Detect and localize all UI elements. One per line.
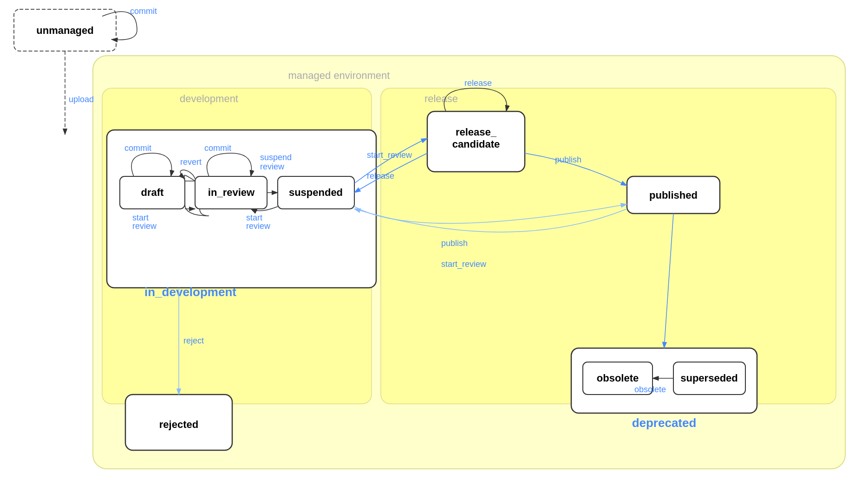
obsolete-label: obsolete: [597, 372, 639, 384]
release-candidate-label2: candidate: [452, 138, 500, 150]
publish-suspended-label: publish: [441, 239, 468, 248]
start-review-suspended-label2: review: [246, 221, 271, 231]
unmanaged-label: unmanaged: [36, 25, 93, 36]
start-review-suspended-label: start: [246, 213, 262, 222]
start-review-draft-label: start: [132, 213, 149, 222]
draft-commit-label: commit: [124, 143, 151, 153]
draft-label: draft: [141, 187, 164, 198]
upload-label: upload: [69, 95, 94, 104]
suspended-label: suspended: [289, 187, 343, 198]
development-label: development: [180, 93, 238, 104]
suspend-review-label: suspend: [260, 153, 292, 162]
start-review-draft-label2: review: [132, 221, 157, 231]
published-label: published: [649, 189, 698, 201]
inreview-commit-label: commit: [204, 143, 231, 153]
in-review-label: in_review: [208, 187, 255, 198]
revert-label: revert: [180, 157, 202, 167]
rejected-label: rejected: [159, 419, 198, 430]
publish-rc-label: publish: [555, 155, 581, 164]
managed-environment-label: managed environment: [288, 70, 390, 81]
suspend-review-label2: review: [260, 162, 285, 171]
reject-label: reject: [183, 336, 204, 345]
obsolete-transition-label: obsolete: [634, 385, 666, 394]
release-label: release: [424, 93, 458, 104]
start-review-published-label: start_review: [441, 259, 487, 269]
release-to-dev-label: release: [367, 171, 394, 181]
in-development-label: in_development: [144, 285, 236, 299]
deprecated-label: deprecated: [632, 416, 697, 430]
superseded-label: superseded: [680, 372, 738, 384]
release-candidate-label1: release_: [456, 126, 497, 138]
start-review-rc-label: start_review: [367, 150, 412, 160]
rc-release-self-label: release: [464, 78, 492, 88]
commit-self-label: commit: [130, 6, 157, 16]
